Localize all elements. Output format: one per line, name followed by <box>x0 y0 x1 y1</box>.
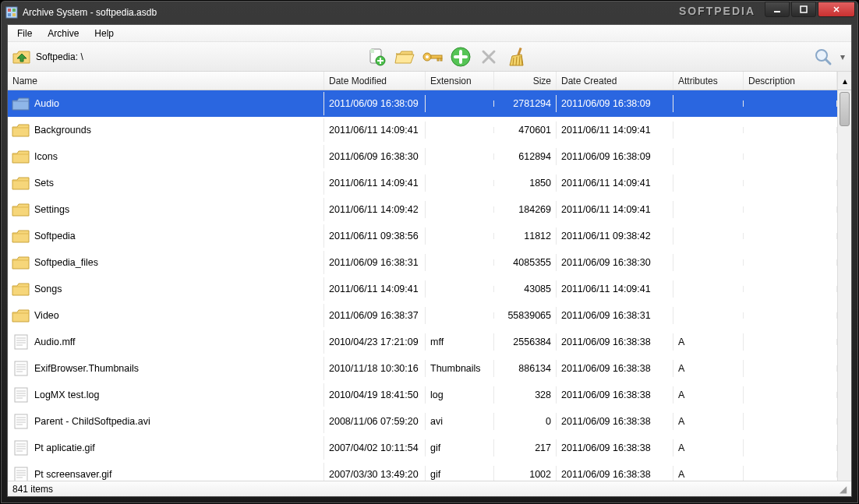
table-row[interactable]: Pt aplicatie.gif2007/04/02 10:11:54gif21… <box>8 435 837 461</box>
svg-rect-17 <box>15 335 27 349</box>
cell-size: 612894 <box>494 148 557 165</box>
cell-size: 1002 <box>494 466 557 481</box>
table-row[interactable]: Video2011/06/09 16:38:37558390652011/06/… <box>8 302 837 329</box>
table-row[interactable]: LogMX test.log2010/04/19 18:41:50log3282… <box>8 382 837 408</box>
cell-description <box>744 153 837 160</box>
cell-extension <box>426 153 494 160</box>
cell-size: 55839065 <box>494 307 557 324</box>
cell-attributes: A <box>673 413 744 430</box>
resize-grip-icon[interactable]: ◢ <box>840 484 847 495</box>
header-attributes[interactable]: Attributes <box>673 72 744 90</box>
scroll-up-button[interactable]: ▴ <box>837 72 851 90</box>
cell-date-modified: 2011/06/11 14:09:41 <box>324 280 426 298</box>
cell-name: Pt screensaver.gif <box>34 469 111 480</box>
search-dropdown-icon[interactable]: ▾ <box>839 51 847 62</box>
watermark-text: SOFTPEDIA <box>679 6 755 19</box>
cell-attributes <box>673 206 744 213</box>
cell-date-created: 2011/06/09 16:38:38 <box>557 413 673 430</box>
add-file-icon[interactable] <box>364 45 389 69</box>
cell-name: Audio <box>34 98 59 109</box>
cell-name: Parent - ChildSoftpedia.avi <box>34 416 150 427</box>
cell-attributes <box>673 259 744 266</box>
svg-rect-5 <box>774 11 780 12</box>
table-row[interactable]: Audio2011/06/09 16:38:0927812942011/06/0… <box>8 90 837 117</box>
svg-rect-12 <box>437 58 439 61</box>
delete-icon[interactable] <box>476 45 501 69</box>
table-row[interactable]: ExifBrowser.Thumbnails2010/11/18 10:30:1… <box>8 355 837 382</box>
header-description[interactable]: Description <box>744 72 837 90</box>
cell-date-modified: 2011/06/11 14:09:41 <box>324 122 426 139</box>
table-row[interactable]: Audio.mff2010/04/23 17:21:09mff255638420… <box>8 329 837 355</box>
svg-rect-21 <box>15 441 27 455</box>
vertical-scrollbar[interactable] <box>837 90 851 481</box>
header-extension[interactable]: Extension <box>426 72 494 90</box>
titlebar[interactable]: Archive System - softpedia.asdb SOFTPEDI… <box>1 1 858 24</box>
scroll-thumb[interactable] <box>840 92 850 126</box>
minimize-button[interactable] <box>765 2 790 17</box>
table-row[interactable]: Backgrounds2011/06/11 14:09:414706012011… <box>8 117 837 143</box>
table-row[interactable]: Parent - ChildSoftpedia.avi2008/11/06 07… <box>8 408 837 435</box>
cell-extension <box>426 312 494 319</box>
svg-rect-2 <box>12 9 16 12</box>
svg-rect-20 <box>15 414 27 428</box>
table-row[interactable]: Settings2011/06/11 14:09:421842692011/06… <box>8 196 837 223</box>
cell-date-created: 2011/06/11 14:09:41 <box>557 122 673 139</box>
table-row[interactable]: Pt screensaver.gif2007/03/30 13:49:20gif… <box>8 461 837 481</box>
header-date-created[interactable]: Date Created <box>557 72 673 90</box>
key-icon[interactable] <box>420 45 445 69</box>
header-name[interactable]: Name <box>8 72 324 90</box>
folder-icon <box>11 148 31 165</box>
cell-date-created: 2011/06/09 16:38:38 <box>557 386 673 404</box>
cell-description <box>744 233 837 239</box>
cell-description <box>744 286 837 292</box>
broom-icon[interactable] <box>504 45 529 69</box>
toolbar: Softpedia: \ ▾ <box>8 42 851 72</box>
menu-file[interactable]: File <box>11 26 38 41</box>
cell-date-created: 2011/06/09 16:38:38 <box>557 466 673 481</box>
cell-size: 184269 <box>494 201 557 218</box>
statusbar: 841 items ◢ <box>8 481 851 496</box>
cell-size: 43085 <box>494 280 557 298</box>
table-row[interactable]: Softpedia2011/06/11 09:38:56118122011/06… <box>8 223 837 249</box>
cell-date-created: 2011/06/09 16:38:38 <box>557 439 673 456</box>
app-icon <box>5 6 18 19</box>
cell-name: Backgrounds <box>34 125 91 136</box>
cell-attributes: A <box>673 333 744 351</box>
open-folder-icon[interactable] <box>392 45 417 69</box>
folder-icon <box>11 254 31 271</box>
cell-extension <box>426 233 494 239</box>
cell-date-modified: 2010/11/18 10:30:16 <box>324 360 426 377</box>
menu-help[interactable]: Help <box>88 26 120 41</box>
table-row[interactable]: Songs2011/06/11 14:09:41430852011/06/11 … <box>8 276 837 302</box>
cell-date-modified: 2011/06/09 16:38:31 <box>324 254 426 271</box>
cell-size: 11812 <box>494 227 557 245</box>
folder-icon <box>11 227 31 245</box>
cell-extension <box>426 206 494 213</box>
table-row[interactable]: Sets2011/06/11 14:09:4118502011/06/11 14… <box>8 170 837 196</box>
cell-name: Video <box>34 310 59 321</box>
menu-archive[interactable]: Archive <box>41 26 85 41</box>
cell-extension: mff <box>426 333 494 351</box>
cell-name: ExifBrowser.Thumbnails <box>34 363 139 374</box>
maximize-button[interactable] <box>791 2 816 17</box>
close-button[interactable] <box>818 2 855 17</box>
add-icon[interactable] <box>448 45 473 69</box>
path-label: Softpedia: \ <box>36 51 83 62</box>
table-row[interactable]: Icons2011/06/09 16:38:306128942011/06/09… <box>8 143 837 170</box>
header-date-modified[interactable]: Date Modified <box>324 72 426 90</box>
cell-name: Audio.mff <box>34 337 76 347</box>
cell-attributes <box>673 233 744 239</box>
cell-date-created: 2011/06/11 14:09:41 <box>557 201 673 218</box>
folder-icon <box>11 307 31 324</box>
cell-attributes: A <box>673 439 744 456</box>
folder-up-icon[interactable] <box>11 46 33 68</box>
search-icon[interactable] <box>811 45 836 69</box>
cell-date-created: 2011/06/09 16:38:09 <box>557 95 673 112</box>
table-row[interactable]: Softpedia_files2011/06/09 16:38:31408535… <box>8 249 837 276</box>
svg-rect-11 <box>431 55 442 58</box>
header-size[interactable]: Size <box>494 72 557 90</box>
cell-extension <box>426 127 494 133</box>
cell-date-created: 2011/06/09 16:38:31 <box>557 307 673 324</box>
svg-rect-19 <box>15 388 27 402</box>
svg-rect-1 <box>8 9 11 12</box>
